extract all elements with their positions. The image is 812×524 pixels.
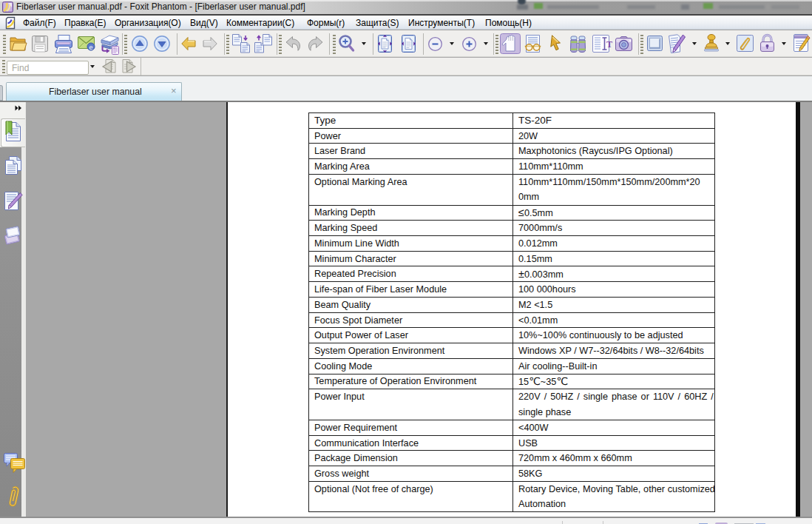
- svg-text:e: e: [89, 44, 92, 51]
- svg-text:T: T: [606, 39, 612, 50]
